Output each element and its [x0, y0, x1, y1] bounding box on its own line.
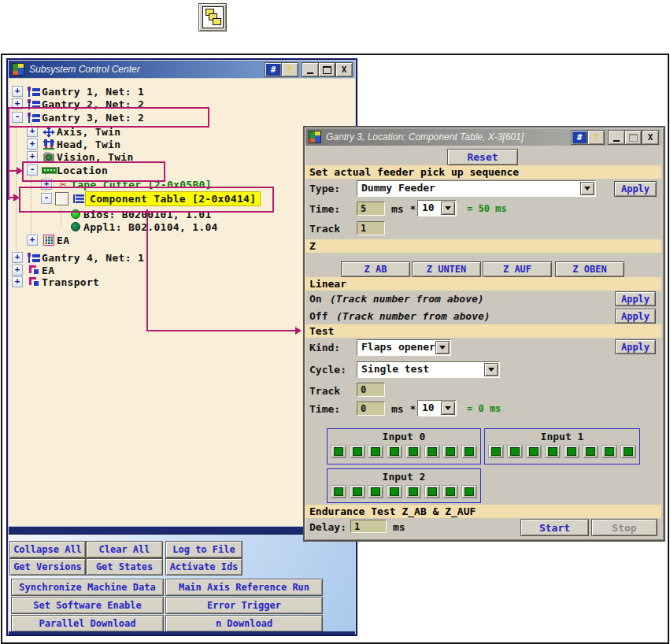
- expand-toggle[interactable]: -: [27, 165, 38, 176]
- test-time-input[interactable]: 0: [357, 402, 385, 416]
- chevron-down-icon[interactable]: [484, 363, 498, 376]
- type-select[interactable]: Dummy Feeder: [357, 180, 596, 197]
- error-trigger-button[interactable]: Error Trigger: [165, 597, 323, 614]
- minimize-button[interactable]: [608, 130, 625, 145]
- component-table-checkbox[interactable]: [55, 192, 68, 205]
- cascade-windows-button[interactable]: [198, 3, 227, 31]
- collapse-all-button[interactable]: Collapse All: [9, 541, 86, 558]
- get-states-button[interactable]: Get States: [86, 558, 163, 576]
- activate-ids-button[interactable]: Activate Ids: [165, 558, 242, 576]
- clear-all-button[interactable]: Clear All: [86, 541, 163, 558]
- main-titlebar[interactable]: Subsystem Control Center # ? X: [9, 61, 355, 78]
- input-0-group: Input 0: [327, 428, 481, 464]
- expand-toggle[interactable]: -: [41, 193, 52, 204]
- led-indicator: [350, 485, 365, 498]
- expand-toggle[interactable]: +: [27, 139, 38, 150]
- z-section-header: Z: [305, 239, 661, 253]
- tree-item-transport[interactable]: + Transport: [12, 275, 99, 289]
- gantry-icon: [26, 253, 42, 263]
- z-unten-button[interactable]: Z UNTEN: [412, 261, 481, 277]
- kind-select[interactable]: Flaps opener: [357, 339, 451, 356]
- test-multiplier-select[interactable]: 10: [417, 400, 457, 416]
- maximize-button-disabled[interactable]: [624, 130, 642, 145]
- dialog-titlebar[interactable]: Gantry 3, Location: Component Table, X-3…: [305, 128, 661, 146]
- minimize-button[interactable]: [302, 62, 319, 77]
- linear-off-apply-button[interactable]: Apply: [615, 309, 656, 324]
- expand-toggle[interactable]: +: [12, 276, 23, 287]
- tree-item-label: Gantry 2, Net: 2: [42, 98, 144, 110]
- main-axis-reference-run-button[interactable]: Main Axis Reference Run: [165, 579, 323, 596]
- maximize-button[interactable]: [318, 62, 335, 77]
- cycle-select[interactable]: Single test: [357, 361, 500, 378]
- endurance-stop-button[interactable]: Stop: [591, 519, 657, 536]
- time-multiplier-select[interactable]: 10: [417, 200, 457, 217]
- delay-input[interactable]: 1: [350, 520, 387, 533]
- tree-item-gantry-3[interactable]: - Gantry 3, Net: 2: [12, 110, 144, 124]
- test-track-label: Track: [309, 385, 340, 397]
- parallel-download-button[interactable]: Parallel Download: [11, 615, 164, 632]
- ms-times-label: ms *: [391, 203, 416, 215]
- linear-on-apply-button[interactable]: Apply: [615, 291, 656, 306]
- tree-item-label: Location: [57, 165, 108, 176]
- help-titlebar-button[interactable]: ?: [587, 130, 605, 145]
- reset-button[interactable]: Reset: [447, 149, 518, 165]
- tree-item-appl[interactable]: Appl1: B02.0104, 1.04: [68, 220, 218, 234]
- expand-toggle[interactable]: +: [12, 265, 23, 276]
- led-indicator: [331, 445, 346, 458]
- chevron-down-icon[interactable]: [441, 402, 455, 415]
- close-button[interactable]: X: [335, 62, 353, 77]
- expand-toggle[interactable]: +: [12, 86, 23, 97]
- led-indicator: [461, 485, 477, 498]
- cycle-label: Cycle:: [309, 364, 346, 376]
- tree-item-vision[interactable]: + Vision, Twin: [27, 150, 134, 164]
- gantry-icon: [26, 87, 42, 97]
- expand-toggle[interactable]: -: [12, 112, 23, 123]
- expand-toggle[interactable]: +: [12, 252, 23, 263]
- endurance-start-button[interactable]: Start: [520, 519, 589, 536]
- test-track-input[interactable]: 0: [357, 383, 385, 397]
- led-indicator: [368, 485, 383, 498]
- set-software-enable-button[interactable]: Set Software Enable: [11, 597, 164, 614]
- led-indicator: [583, 445, 598, 458]
- led-indicator: [387, 485, 402, 498]
- close-button[interactable]: X: [642, 130, 659, 145]
- led-indicator: [424, 485, 440, 498]
- dialog-title: Gantry 3, Location: Component Table, X-3…: [326, 131, 524, 142]
- main-window-title: Subsystem Control Center: [29, 64, 140, 75]
- log-to-file-button[interactable]: Log to File: [165, 541, 242, 558]
- z-auf-button[interactable]: Z AUF: [483, 261, 552, 277]
- cascade-windows-icon: [202, 6, 224, 28]
- tape-cutter-scissors-icon: ✂: [55, 178, 71, 191]
- type-apply-button[interactable]: Apply: [614, 181, 657, 197]
- grid-titlebar-button[interactable]: #: [571, 130, 588, 145]
- ms-times-label: ms *: [391, 403, 416, 415]
- tree-item-label: Appl1: B02.0104, 1.04: [83, 221, 218, 233]
- expand-toggle[interactable]: +: [12, 98, 23, 109]
- tree-item-label: Axis, Twin: [57, 126, 120, 138]
- expand-toggle[interactable]: +: [27, 126, 38, 137]
- z-oben-button[interactable]: Z OBEN: [555, 261, 624, 277]
- synchronize-machine-data-button[interactable]: Synchronize Machine Data: [11, 579, 164, 596]
- led-indicator: [405, 485, 421, 498]
- led-indicator: [442, 485, 458, 498]
- time-input[interactable]: 5: [357, 202, 385, 216]
- help-titlebar-button[interactable]: ?: [281, 62, 298, 77]
- track-input[interactable]: 1: [357, 221, 385, 235]
- chevron-down-icon[interactable]: [441, 202, 455, 215]
- tree-item-label: Transport: [42, 276, 99, 288]
- chevron-down-icon[interactable]: [580, 182, 594, 195]
- expand-toggle[interactable]: +: [27, 151, 38, 162]
- tree-item-ea-gantry3[interactable]: + EA: [27, 233, 69, 247]
- led-indicator: [424, 445, 440, 458]
- expand-toggle[interactable]: +: [27, 235, 38, 246]
- grid-titlebar-button[interactable]: #: [265, 62, 282, 77]
- get-versions-button[interactable]: Get Versions: [9, 558, 86, 576]
- expand-toggle[interactable]: +: [41, 179, 52, 190]
- z-ab-button[interactable]: Z AB: [341, 261, 410, 277]
- tree-item-gantry-2[interactable]: + Gantry 2, Net: 2: [12, 97, 144, 111]
- n-download-button[interactable]: n Download: [165, 615, 323, 632]
- tree-item-location[interactable]: - Location: [27, 163, 108, 177]
- tree-item-component-table[interactable]: - Component Table [2-0x0414]: [41, 190, 261, 207]
- chevron-down-icon[interactable]: [435, 341, 450, 354]
- test-apply-button[interactable]: Apply: [615, 339, 656, 354]
